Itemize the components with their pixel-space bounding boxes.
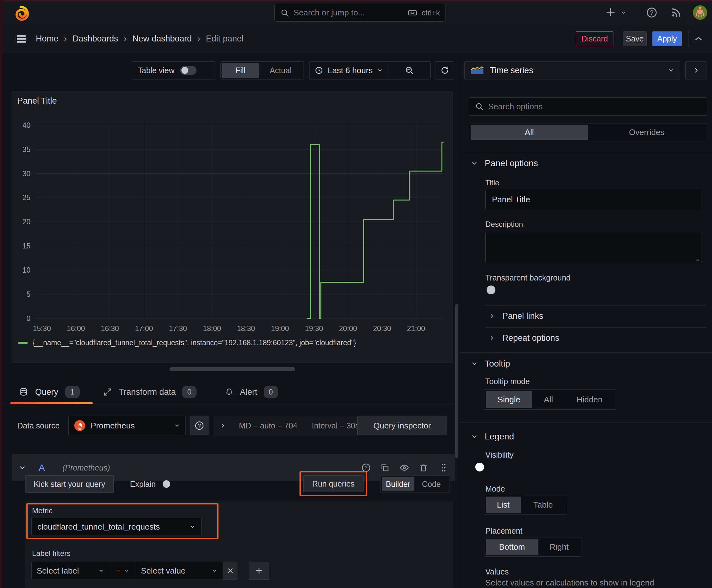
add-filter-button[interactable] [249,562,269,580]
remove-filter-button[interactable] [222,562,238,580]
help-button[interactable]: ? [646,6,658,19]
select-label-dropdown[interactable]: Select label [31,562,109,580]
tooltip-mode-single[interactable]: Single [486,391,532,408]
drag-handle-grip-icon[interactable] [439,462,448,474]
tooltip-mode-label: Tooltip mode [486,377,530,386]
refresh-button[interactable] [435,61,454,80]
datasource-name: Prometheus [91,421,169,430]
legend-placement-segmented: Bottom Right [484,537,581,556]
breadcrumb-home[interactable]: Home [36,34,58,44]
run-queries-button[interactable]: Run queries [303,475,364,492]
panel-title-input[interactable]: Panel Title [486,190,701,209]
time-series-chart[interactable]: 051015202530354015:3016:0016:3017:0017:3… [13,121,449,341]
query-ref-id[interactable]: A [39,462,45,473]
collapse-chevron-up-icon[interactable] [694,35,703,43]
code-option[interactable]: Code [414,477,448,491]
save-button[interactable]: Save [623,31,647,46]
query-collapse-chevron-down-icon[interactable] [19,464,26,471]
builder-option[interactable]: Builder [382,477,414,491]
zoom-out-button[interactable] [388,62,430,79]
tooltip-mode-hidden[interactable]: Hidden [565,391,614,408]
options-search-input[interactable]: Search options [469,97,707,115]
add-button[interactable] [605,7,616,18]
visibility-label: Visibility [486,450,514,460]
breadcrumb-new-dashboard[interactable]: New dashboard [132,34,192,44]
tab-alert[interactable]: Alert 0 [225,383,278,401]
transparent-bg-label: Transparent background [486,273,570,282]
tab-transform[interactable]: Transform data 0 [103,383,196,401]
chart-legend[interactable]: {__name__="cloudflared_tunnel_total_requ… [18,337,356,348]
actual-option[interactable]: Actual [259,63,302,78]
search-icon [475,102,484,111]
legend-mode-table[interactable]: Table [521,497,565,513]
discard-button[interactable]: Discard [576,31,613,46]
tab-alert-label: Alert [240,387,257,397]
breadcrumb-current: Edit panel [206,34,244,44]
duplicate-query-icon[interactable] [380,463,390,473]
fill-option[interactable]: Fill [222,63,259,78]
svg-text:18:00: 18:00 [203,324,221,333]
svg-text:10: 10 [22,266,30,274]
hide-query-eye-icon[interactable] [399,463,410,473]
pane-resize-handle[interactable] [170,367,295,371]
legend-header[interactable]: Legend [471,430,514,443]
select-value-chevron-down-icon [212,568,218,573]
global-search-input[interactable]: Search or jump to... ctrl+k [274,4,446,22]
panel-links-section[interactable]: Panel links [489,310,543,322]
options-chevron-right-icon[interactable] [219,422,226,429]
delete-query-trash-icon[interactable] [419,463,428,473]
metric-select[interactable]: cloudflared_tunnel_total_requests [31,518,201,536]
table-view-toggle[interactable] [180,66,196,75]
panel-title[interactable]: Panel Title [17,96,57,106]
breadcrumb-separator-icon: › [64,34,67,44]
menu-hamburger-icon[interactable] [15,34,28,44]
news-rss-button[interactable] [670,6,682,19]
time-range-chevron-down-icon [377,67,383,73]
table-view-label: Table view [138,66,175,75]
svg-text:16:00: 16:00 [67,324,85,333]
apply-button[interactable]: Apply [652,31,682,46]
repeat-options-label: Repeat options [502,333,559,343]
description-textarea[interactable] [486,232,701,263]
tab-query[interactable]: Query 1 [19,383,80,401]
operator-dropdown[interactable]: = [109,562,136,580]
panel-options-header[interactable]: Panel options [471,157,538,170]
legend-placement-right[interactable]: Right [538,539,580,555]
pane-divider[interactable] [459,52,459,588]
svg-text:19:00: 19:00 [271,324,289,333]
operator-chevron-down-icon [124,568,129,573]
tooltip-mode-all[interactable]: All [532,391,565,408]
kickstart-query-button[interactable]: Kick start your query [25,475,114,493]
sidebar-divider [459,151,712,151]
grafana-edit-panel-screen: Search or jump to... ctrl+k ? Home › Das… [0,0,712,588]
svg-text:20: 20 [22,218,30,226]
legend-placement-bottom[interactable]: Bottom [486,539,538,555]
tooltip-header[interactable]: Tooltip [471,357,510,370]
breadcrumb-dashboards[interactable]: Dashboards [72,34,118,44]
svg-text:5: 5 [26,290,30,298]
avatar[interactable] [693,5,707,20]
visualization-picker[interactable]: Time series [464,61,680,80]
datasource-help-button[interactable]: ? [190,416,209,435]
sidebar-expand-button[interactable] [685,61,707,80]
time-range-picker[interactable]: Last 6 hours [309,62,388,79]
grafana-logo[interactable] [13,4,29,21]
query-inspector-button[interactable]: Query inspector [357,416,447,435]
scrollbar-thumb[interactable] [455,304,458,458]
select-value-dropdown[interactable]: Select value [136,562,223,580]
datasource-chevron-down-icon [174,422,180,429]
legend-mode-segmented: List Table [484,495,567,514]
panel-title-input-value: Panel Title [492,195,530,205]
add-chevron-down-icon[interactable] [620,9,627,16]
tab-all[interactable]: All [471,125,588,140]
repeat-options-section[interactable]: Repeat options [489,332,559,344]
svg-text:?: ? [650,9,653,16]
datasource-picker[interactable]: Prometheus [68,416,186,435]
legend-mode-list[interactable]: List [486,497,521,513]
legend-series-label[interactable]: {__name__="cloudflared_tunnel_total_requ… [33,339,356,347]
label-filters-label: Label filters [32,549,71,558]
tab-overrides[interactable]: Overrides [588,125,706,140]
select-value-placeholder: Select value [141,566,208,576]
svg-text:17:30: 17:30 [169,324,187,333]
fill-actual-segmented: Fill Actual [220,61,304,80]
